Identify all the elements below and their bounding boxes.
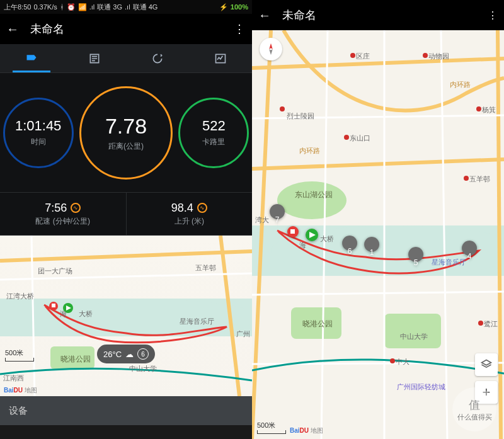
svg-text:7: 7	[275, 215, 280, 224]
more-icon[interactable]: ⋮	[233, 27, 246, 31]
svg-text:中山大学: 中山大学	[129, 365, 157, 372]
svg-text:烈士陵园: 烈士陵园	[287, 112, 314, 120]
bt-icon: ᚼ	[60, 3, 64, 11]
calories-value: 522	[202, 118, 226, 134]
signal-icon: .ıl	[89, 3, 95, 11]
right-pane: ← 未命名 ⋮	[252, 0, 504, 439]
svg-text:鹭江: 鹭江	[484, 320, 498, 328]
more-icon-right[interactable]: ⋮	[488, 9, 498, 21]
svg-text:东山湖公园: 东山湖公园	[295, 190, 333, 199]
status-bar: 上午8:50 0.37K/s ᚼ ⏰ 📶 .ıl 联通 3G .ıl 联通 4G…	[0, 0, 252, 14]
dial-duration[interactable]: 1:01:45 时间	[3, 98, 74, 168]
svg-point-43	[476, 106, 481, 111]
svg-text:区庄: 区庄	[356, 52, 370, 60]
baidu-logo-large: BaiDU 地图	[290, 426, 323, 435]
signal-icon-2: .ıl	[125, 3, 130, 11]
elev-icon: ∿	[197, 203, 207, 213]
svg-text:江南西: 江南西	[3, 374, 24, 382]
pace-value: 7:56	[45, 202, 67, 215]
svg-text:杨箕: 杨箕	[481, 106, 496, 113]
back-icon-right[interactable]: ←	[258, 8, 271, 23]
svg-text:海: 海	[60, 310, 67, 317]
tab-details[interactable]	[63, 44, 126, 72]
svg-text:江湾大桥: 江湾大桥	[6, 292, 34, 300]
svg-text:大桥: 大桥	[320, 235, 334, 242]
svg-text:内环路: 内环路	[299, 147, 320, 154]
page-title-right: 未命名	[282, 8, 488, 23]
calories-label: 卡路里	[202, 137, 225, 147]
svg-point-45	[464, 176, 469, 181]
carrier-1: 联通 3G	[97, 3, 122, 12]
back-icon[interactable]: ←	[6, 22, 19, 37]
svg-text:东山口: 东山口	[350, 134, 370, 142]
map-small[interactable]: 团一大广场 五羊邨 江湾大桥 海 大桥 晓港公园 中山大学 星海音乐厅 广州 江…	[0, 236, 252, 396]
tabs	[0, 44, 252, 73]
cloud-icon: ☁	[125, 350, 134, 359]
svg-text:星海音乐厅: 星海音乐厅	[180, 317, 214, 325]
svg-text:6: 6	[348, 247, 352, 256]
svg-text:广州: 广州	[236, 330, 250, 338]
svg-text:湾大: 湾大	[255, 216, 269, 224]
carrier-2: 联通 4G	[133, 3, 158, 12]
page-title: 未命名	[30, 21, 233, 37]
alarm-icon: ⏰	[67, 3, 76, 11]
elev-label: 上升 (米)	[175, 216, 204, 227]
weather-pill[interactable]: 26°C ☁ 6	[97, 345, 155, 363]
layers-button[interactable]	[475, 353, 498, 376]
svg-text:团一大广场: 团一大广场	[38, 267, 72, 275]
compass-icon	[264, 42, 278, 56]
pace-label: 配速 (分钟/公里)	[35, 216, 90, 227]
svg-point-20	[277, 181, 346, 219]
svg-point-35	[423, 53, 428, 58]
svg-text:1: 1	[370, 248, 374, 257]
map-large-svg: 7 6 1 5 4 区庄 动物园 烈士陵园 东山口 内环路 内环路 杨箕 五羊邨…	[252, 30, 504, 439]
stats: 7:56∿ 配速 (分钟/公里) 98.4∿ 上升 (米)	[0, 193, 252, 236]
header-right: ← 未命名 ⋮	[252, 0, 504, 30]
dials: 1:01:45 时间 7.78 距离(公里) 522 卡路里	[0, 73, 252, 193]
compass-button[interactable]	[260, 38, 282, 60]
status-net: 0.37K/s	[33, 3, 57, 11]
dial-distance[interactable]: 7.78 距离(公里)	[79, 86, 173, 180]
svg-text:五羊邨: 五羊邨	[195, 264, 216, 271]
svg-rect-24	[290, 229, 295, 234]
scale-large: 500米	[257, 421, 286, 434]
battery-pct: 100%	[231, 3, 248, 11]
elev-value: 98.4	[171, 202, 193, 215]
status-time: 上午8:50	[4, 3, 31, 12]
left-pane: 上午8:50 0.37K/s ᚼ ⏰ 📶 .ıl 联通 3G .ıl 联通 4G…	[0, 0, 252, 439]
duration-value: 1:01:45	[15, 118, 61, 134]
svg-text:星海音乐厅: 星海音乐厅	[432, 258, 466, 266]
svg-text:晓港公园: 晓港公园	[60, 355, 91, 363]
svg-point-56	[390, 358, 395, 363]
layers-icon	[480, 358, 493, 371]
svg-text:4: 4	[467, 252, 472, 261]
svg-text:中大: 中大	[396, 358, 410, 365]
svg-text:5: 5	[414, 258, 418, 267]
svg-text:大桥: 大桥	[79, 310, 93, 317]
distance-value: 7.78	[105, 114, 147, 139]
svg-text:动物园: 动物园	[428, 52, 449, 60]
svg-rect-22	[384, 314, 441, 348]
tab-charts[interactable]	[189, 44, 252, 72]
svg-rect-5	[52, 304, 55, 307]
svg-point-33	[350, 53, 355, 58]
dial-calories[interactable]: 522 卡路里	[178, 98, 249, 168]
distance-label: 距离(公里)	[108, 141, 144, 152]
km-marker-7: 7	[270, 204, 285, 228]
baidu-logo-small: BaiDU 地图	[4, 386, 37, 395]
wifi-icon: 📶	[78, 3, 87, 11]
stat-pace[interactable]: 7:56∿ 配速 (分钟/公里)	[0, 193, 126, 235]
tab-laps[interactable]	[126, 44, 189, 72]
svg-marker-58	[269, 43, 273, 49]
tab-summary[interactable]	[0, 44, 63, 72]
stat-elev[interactable]: 98.4∿ 上升 (米)	[127, 193, 253, 235]
duration-label: 时间	[31, 137, 46, 147]
svg-text:晓港公园: 晓港公园	[302, 319, 333, 328]
weather-day: 6	[137, 348, 149, 360]
svg-text:五羊邨: 五羊邨	[469, 175, 490, 183]
map-large[interactable]: 7 6 1 5 4 区庄 动物园 烈士陵园 东山口 内环路 内环路 杨箕 五羊邨…	[252, 30, 504, 439]
weather-temp: 26°C	[103, 350, 122, 359]
footer-device[interactable]: 设备	[0, 396, 252, 425]
pace-icon: ∿	[71, 203, 81, 213]
svg-point-39	[344, 135, 349, 140]
